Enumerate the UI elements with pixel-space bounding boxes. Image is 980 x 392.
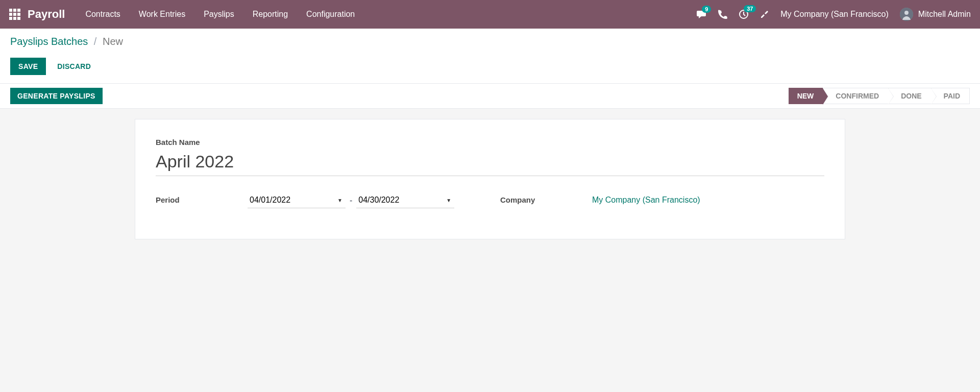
tools-icon[interactable] — [760, 10, 769, 19]
company-value-link[interactable]: My Company (San Francisco) — [592, 192, 700, 205]
user-name: Mitchell Admin — [918, 10, 971, 19]
nav-link-contracts[interactable]: Contracts — [85, 10, 120, 19]
activities-icon[interactable]: 37 — [739, 9, 749, 19]
nav-link-work-entries[interactable]: Work Entries — [139, 10, 185, 19]
apps-icon[interactable] — [9, 9, 20, 20]
messages-icon[interactable]: 9 — [697, 10, 707, 19]
status-steps: NEW CONFIRMED DONE PAID — [789, 88, 970, 104]
user-menu[interactable]: Mitchell Admin — [900, 8, 971, 21]
form-card: Batch Name Period ▼ - ▼ Company My Compa… — [135, 119, 845, 239]
status-bar: GENERATE PAYSLIPS NEW CONFIRMED DONE PAI… — [0, 84, 980, 109]
app-title[interactable]: Payroll — [28, 8, 65, 21]
status-step-done[interactable]: DONE — [888, 88, 931, 104]
date-to-input[interactable] — [356, 192, 443, 208]
nav-right: 9 37 My Company (San Francisco) Mitchell… — [697, 8, 971, 21]
activities-badge: 37 — [744, 5, 756, 12]
save-button[interactable]: SAVE — [10, 58, 46, 75]
generate-payslips-button[interactable]: GENERATE PAYSLIPS — [10, 88, 103, 104]
period-field: Period ▼ - ▼ — [156, 192, 480, 208]
breadcrumb-root[interactable]: Payslips Batches — [10, 36, 88, 47]
batch-name-input[interactable] — [156, 150, 824, 176]
nav-links: Contracts Work Entries Payslips Reportin… — [85, 10, 692, 19]
nav-link-reporting[interactable]: Reporting — [253, 10, 288, 19]
company-field: Company My Company (San Francisco) — [500, 192, 824, 208]
date-from-input[interactable] — [248, 192, 334, 208]
messages-badge: 9 — [702, 6, 711, 13]
breadcrumb: Payslips Batches / New — [10, 36, 970, 47]
avatar — [900, 8, 913, 21]
nav-link-configuration[interactable]: Configuration — [306, 10, 355, 19]
breadcrumb-bar: Payslips Batches / New — [0, 29, 980, 52]
top-navbar: Payroll Contracts Work Entries Payslips … — [0, 0, 980, 29]
chevron-down-icon[interactable]: ▼ — [334, 198, 346, 203]
status-step-new[interactable]: NEW — [789, 88, 824, 104]
period-label: Period — [156, 192, 248, 204]
company-selector[interactable]: My Company (San Francisco) — [780, 10, 889, 19]
date-from-field: ▼ — [248, 192, 346, 208]
date-to-field: ▼ — [356, 192, 454, 208]
nav-link-payslips[interactable]: Payslips — [204, 10, 234, 19]
status-step-paid[interactable]: PAID — [931, 88, 970, 104]
breadcrumb-separator: / — [91, 36, 100, 47]
form-row: Period ▼ - ▼ Company My Company (San Fra… — [156, 192, 824, 208]
status-step-confirmed[interactable]: CONFIRMED — [823, 88, 889, 104]
discard-button[interactable]: DISCARD — [51, 58, 97, 75]
breadcrumb-current: New — [103, 36, 123, 47]
chevron-down-icon[interactable]: ▼ — [443, 198, 454, 203]
action-bar: SAVE DISCARD — [0, 52, 980, 84]
svg-point-2 — [904, 11, 909, 15]
period-inputs: ▼ - ▼ — [248, 192, 454, 208]
company-label: Company — [500, 192, 592, 204]
phone-icon[interactable] — [718, 10, 727, 19]
period-dash: - — [348, 196, 354, 205]
batch-name-label: Batch Name — [156, 138, 824, 146]
